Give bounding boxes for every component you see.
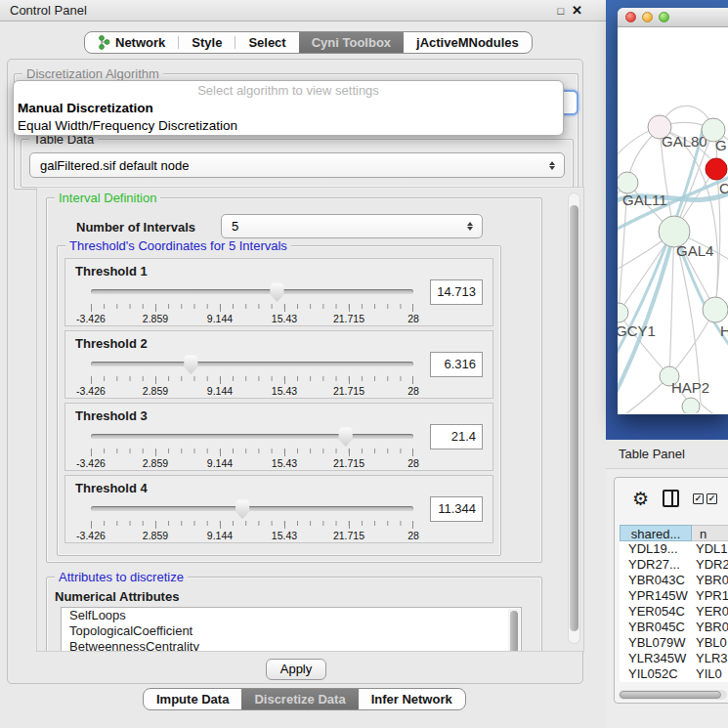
column-header-shared-name[interactable]: shared... bbox=[620, 525, 692, 541]
table-cell-shared-name[interactable]: YPR145W bbox=[620, 588, 692, 604]
table-row[interactable]: YBL079WYBL0 bbox=[620, 635, 728, 651]
slider-track[interactable] bbox=[91, 434, 413, 439]
table-cell-name[interactable]: YLR3 bbox=[692, 651, 728, 666]
threshold-panel: Threshold 2-3.4262.8599.14415.4321.71528… bbox=[64, 330, 493, 399]
table-hscrollbar[interactable] bbox=[619, 690, 727, 700]
tab-infer-network[interactable]: Infer Network bbox=[359, 689, 465, 709]
tab-cyni-toolbox[interactable]: Cyni Toolbox bbox=[299, 32, 404, 53]
tab-impute-data-label: Impute Data bbox=[156, 692, 229, 707]
tab-select[interactable]: Select bbox=[236, 32, 298, 53]
zoom-window-icon[interactable] bbox=[659, 12, 669, 22]
table-row[interactable]: YLR345WYLR3 bbox=[620, 651, 728, 666]
tick-label: 15.43 bbox=[272, 457, 297, 469]
gear-icon[interactable]: ⚙ bbox=[632, 490, 649, 508]
slider-thumb[interactable] bbox=[270, 282, 284, 302]
algorithm-popup-item-equal-width[interactable]: Equal Width/Frequency Discretization bbox=[14, 117, 563, 135]
tab-discretize-data-label: Discretize Data bbox=[254, 692, 345, 707]
slider-track[interactable] bbox=[91, 506, 413, 511]
settings-scrollbar[interactable] bbox=[568, 193, 580, 644]
algorithm-popup-item-manual[interactable]: Manual Discretization bbox=[14, 100, 563, 117]
table-cell-name[interactable]: YPR1 bbox=[692, 588, 728, 604]
close-panel-icon[interactable]: ✕ bbox=[572, 3, 582, 18]
columns-icon[interactable] bbox=[663, 490, 679, 507]
minimize-window-icon[interactable] bbox=[642, 12, 653, 22]
network-node-label: GAL4 bbox=[676, 242, 713, 259]
table-cell-name[interactable]: YER0 bbox=[692, 604, 728, 620]
column-header-name[interactable]: n bbox=[692, 525, 728, 541]
close-window-icon[interactable] bbox=[625, 12, 636, 22]
threshold-value-field[interactable]: 6.316 bbox=[430, 352, 483, 377]
threshold-value-field[interactable]: 21.4 bbox=[430, 424, 483, 450]
table-row[interactable]: YDL19...YDL1 bbox=[620, 541, 728, 557]
screen: Control Panel □ ✕ Network Style Select bbox=[0, 0, 728, 728]
network-node[interactable] bbox=[682, 398, 700, 413]
settings-scrollbar-thumb[interactable] bbox=[570, 205, 578, 631]
tab-select-label: Select bbox=[248, 35, 285, 50]
table-cell-name[interactable]: YDR2 bbox=[692, 557, 728, 573]
network-canvas[interactable]: GAL80GCGAL11GAL4GCY1HHAP2 bbox=[618, 27, 728, 413]
attribute-list-item[interactable]: BetweennessCentrality bbox=[62, 639, 521, 652]
table-cell-name[interactable]: YBR0 bbox=[692, 620, 728, 635]
attribute-list-item[interactable]: SelfLoops bbox=[62, 608, 521, 623]
table-cell-shared-name[interactable]: YIL052C bbox=[620, 666, 692, 682]
checkbox-icon[interactable]: ✓ bbox=[693, 493, 704, 504]
slider-track[interactable] bbox=[91, 289, 413, 294]
table-row[interactable]: YBR043CYBR0 bbox=[620, 573, 728, 588]
slider-tick-labels: -3.4262.8599.14415.4321.71528 bbox=[91, 530, 413, 541]
network-edge bbox=[701, 404, 728, 413]
tab-network[interactable]: Network bbox=[85, 32, 178, 53]
network-node[interactable] bbox=[703, 297, 728, 322]
bottom-tabbar: Impute Data Discretize Data Infer Networ… bbox=[143, 688, 466, 710]
apply-button[interactable]: Apply bbox=[266, 659, 326, 680]
threshold-slider: -3.4262.8599.14415.4321.71528 bbox=[91, 355, 413, 396]
tick-label: 2.859 bbox=[143, 457, 168, 469]
slider-track[interactable] bbox=[91, 362, 413, 366]
network-node[interactable] bbox=[706, 158, 727, 180]
attribute-list-item[interactable]: TopologicalCoefficient bbox=[62, 623, 521, 639]
numerical-attributes-list[interactable]: SelfLoopsTopologicalCoefficientBetweenne… bbox=[61, 607, 522, 652]
table-cell-shared-name[interactable]: YDL19... bbox=[620, 541, 692, 557]
tab-style-label: Style bbox=[192, 35, 222, 50]
attributes-list-scrollbar[interactable] bbox=[508, 609, 520, 652]
tab-jactivemnodules[interactable]: jActiveMNodules bbox=[404, 32, 532, 53]
table-cell-name[interactable]: YBR0 bbox=[692, 573, 728, 588]
table-cell-shared-name[interactable]: YBL079W bbox=[620, 635, 692, 651]
table-hscrollbar-thumb[interactable] bbox=[620, 691, 721, 699]
slider-thumb[interactable] bbox=[338, 427, 353, 447]
table-cell-shared-name[interactable]: YDR27... bbox=[620, 557, 692, 573]
attributes-list-scrollbar-thumb[interactable] bbox=[510, 611, 518, 652]
network-node[interactable] bbox=[618, 172, 638, 193]
table-row[interactable]: YDR27...YDR2 bbox=[620, 557, 728, 573]
table-cell-name[interactable]: YIL0 bbox=[692, 666, 728, 682]
checkbox-icon[interactable]: ✓ bbox=[707, 493, 717, 504]
table-row[interactable]: YPR145WYPR1 bbox=[620, 588, 728, 604]
threshold-panel: Threshold 3-3.4262.8599.14415.4321.71528… bbox=[64, 403, 493, 471]
table-cell-name[interactable]: YBL0 bbox=[692, 635, 728, 651]
table-cell-shared-name[interactable]: YER054C bbox=[620, 604, 692, 620]
threshold-value-field[interactable]: 14.713 bbox=[430, 279, 483, 305]
table-cell-shared-name[interactable]: YLR345W bbox=[620, 651, 692, 666]
table-row[interactable]: YER054CYER0 bbox=[620, 604, 728, 620]
tab-style[interactable]: Style bbox=[179, 32, 235, 53]
tab-impute-data[interactable]: Impute Data bbox=[144, 689, 241, 709]
slider-thumb[interactable] bbox=[236, 499, 250, 519]
float-window-icon[interactable]: □ bbox=[557, 5, 564, 17]
table-panel-titlebar: Table Panel bbox=[606, 440, 728, 469]
threshold-value-field[interactable]: 11.344 bbox=[430, 496, 483, 522]
tick-label: 28 bbox=[407, 457, 419, 469]
num-intervals-select[interactable]: 5 bbox=[221, 214, 483, 238]
network-node[interactable] bbox=[618, 303, 628, 322]
control-panel-titlebar: Control Panel □ ✕ bbox=[0, 0, 606, 21]
network-node-label: C bbox=[719, 180, 728, 196]
table-cell-shared-name[interactable]: YBR045C bbox=[620, 620, 692, 635]
tab-discretize-data[interactable]: Discretize Data bbox=[241, 689, 358, 709]
discretization-algorithm-group-title: Discretization Algorithm bbox=[22, 66, 163, 81]
table-cell-shared-name[interactable]: YBR043C bbox=[620, 573, 692, 588]
table-data-select[interactable]: galFiltered.sif default node bbox=[29, 152, 565, 178]
slider-thumb[interactable] bbox=[184, 355, 198, 374]
right-side: GAL80GCGAL11GAL4GCY1HHAP2 Table Panel ⚙ … bbox=[606, 0, 728, 728]
tick-label: 9.144 bbox=[207, 457, 233, 469]
table-row[interactable]: YBR045CYBR0 bbox=[620, 620, 728, 635]
table-row[interactable]: YIL052CYIL0 bbox=[620, 666, 728, 682]
table-cell-name[interactable]: YDL1 bbox=[692, 541, 728, 557]
